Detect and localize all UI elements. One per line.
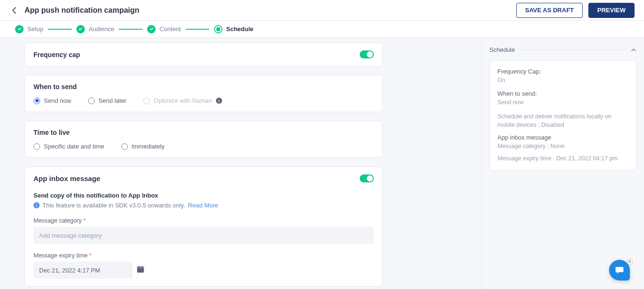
radio-specific-datetime[interactable]: Specific date and time <box>33 143 104 150</box>
radio-label: Optimize with Raman <box>154 97 212 104</box>
radio-icon <box>33 143 40 150</box>
save-draft-button[interactable]: SAVE AS DRAFT <box>516 3 583 18</box>
check-icon <box>15 25 24 33</box>
time-to-live-card: Time to live Specific date and time Imme… <box>25 121 383 158</box>
step-label: Content <box>159 25 181 33</box>
preview-button[interactable]: PREVIEW <box>588 3 635 18</box>
radio-label: Send later <box>99 97 126 104</box>
page-title: App push notification campaign <box>25 6 516 15</box>
radio-label: Immediately <box>132 143 165 150</box>
card-title: Frequency cap <box>33 51 80 58</box>
summary-freq-value: On <box>497 77 628 83</box>
message-expiry-input[interactable]: Dec 21, 2022 4:17 PM <box>33 262 132 279</box>
summary-freq-label: Frequency Cap: <box>497 68 628 75</box>
radio-label: Specific date and time <box>44 143 104 150</box>
summary-local-deliver: Schedule and deliver notifications local… <box>497 112 628 129</box>
calendar-icon[interactable] <box>136 265 145 275</box>
stepper: Setup Audience Content Schedule <box>0 21 644 38</box>
step-label: Audience <box>89 25 114 33</box>
info-text: This feature is available in SDK v3.0.5 … <box>42 202 185 209</box>
summary-when-value: Send now <box>497 99 628 106</box>
step-label: Schedule <box>226 25 254 33</box>
svg-rect-1 <box>137 267 144 269</box>
radio-optimize[interactable]: Optimize with Raman i <box>143 97 222 104</box>
message-expiry-label: Message expiry time * <box>33 252 374 259</box>
chat-button[interactable] <box>609 260 630 281</box>
summary-inbox-label: App inbox message <box>497 134 628 141</box>
message-category-label: Message category * <box>33 217 374 224</box>
frequency-cap-card: Frequency cap <box>25 42 383 66</box>
app-inbox-toggle[interactable] <box>360 174 374 182</box>
info-icon[interactable]: i <box>216 98 222 104</box>
svg-rect-3 <box>142 266 143 268</box>
radio-immediately[interactable]: Immediately <box>121 143 165 150</box>
read-more-link[interactable]: Read More <box>188 202 218 209</box>
when-to-send-card: When to send Send now Send later Optimiz… <box>25 75 383 112</box>
summary-inbox-cat: Message category : None <box>497 143 628 149</box>
summary-card: Frequency Cap: On When to send: Send now… <box>489 60 636 171</box>
summary-when-label: When to send: <box>497 90 628 97</box>
frequency-cap-toggle[interactable] <box>360 50 374 58</box>
check-icon <box>76 25 85 33</box>
radio-icon <box>121 143 128 150</box>
summary-header[interactable]: Schedule <box>489 46 636 53</box>
step-label: Setup <box>27 25 43 33</box>
back-button[interactable] <box>9 6 19 15</box>
current-step-icon <box>214 25 223 33</box>
message-category-input[interactable] <box>33 227 374 244</box>
radio-send-later[interactable]: Send later <box>88 97 126 104</box>
sub-heading: Send copy of this notification to App In… <box>33 192 374 199</box>
summary-inbox-expiry: Message expiry time : Dec 21, 2022 04:17… <box>497 154 628 163</box>
radio-send-now[interactable]: Send now <box>33 97 71 104</box>
info-icon: i <box>33 202 40 208</box>
check-icon <box>147 25 156 33</box>
radio-icon <box>88 98 95 104</box>
chevron-up-icon <box>631 46 636 53</box>
card-title: Time to live <box>33 129 374 136</box>
card-title: App inbox message <box>33 174 100 182</box>
step-schedule[interactable]: Schedule <box>214 25 254 33</box>
app-inbox-card: App inbox message Send copy of this noti… <box>25 166 383 287</box>
summary-title: Schedule <box>489 46 515 53</box>
radio-icon <box>33 98 40 104</box>
svg-rect-2 <box>139 266 140 268</box>
radio-icon <box>143 98 150 104</box>
step-content[interactable]: Content <box>147 25 181 33</box>
radio-label: Send now <box>44 97 71 104</box>
card-title: When to send <box>33 83 374 91</box>
step-audience[interactable]: Audience <box>76 25 114 33</box>
step-setup[interactable]: Setup <box>15 25 43 33</box>
